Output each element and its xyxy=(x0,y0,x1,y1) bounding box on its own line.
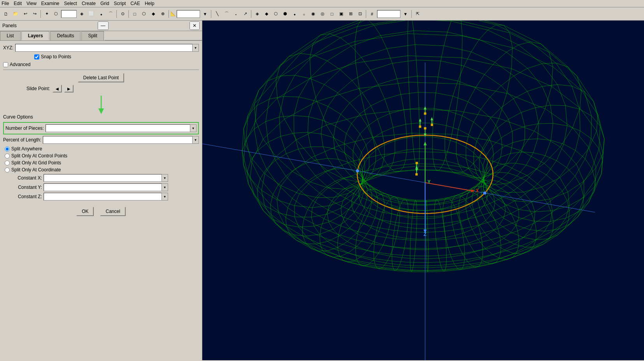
toolbar-tool-1[interactable]: ╲ xyxy=(213,9,221,19)
cancel-button[interactable]: Cancel xyxy=(100,207,125,216)
radio-split-anywhere-input[interactable] xyxy=(5,146,10,152)
advanced-row: Advanced xyxy=(3,62,199,67)
ok-cancel-row: OK Cancel xyxy=(3,207,199,216)
toolbar-tool-8[interactable]: ⬢ xyxy=(281,9,290,19)
toolbar: 🗋 📁 ↩ ↪ ✦ ⬡ ◈ ⬜ ⬥ ⌒ ⊙ □ ⬡ ◆ ⊕ 📐 180.0 ▼ … xyxy=(0,7,644,21)
toolbar-tool-16[interactable]: ⊡ xyxy=(356,9,364,19)
angle-dropdown[interactable]: ▼ xyxy=(201,9,209,19)
percent-dropdown[interactable]: ▼ xyxy=(193,136,199,144)
toolbar-btn-circle[interactable]: ⊙ xyxy=(118,9,127,19)
menu-select[interactable]: Select xyxy=(64,1,77,6)
menu-script[interactable]: Script xyxy=(114,1,126,6)
separator-5 xyxy=(211,10,211,18)
angle-input[interactable]: 180.0 xyxy=(177,10,200,18)
constant-z-input[interactable] xyxy=(44,193,162,201)
toolbar-tool-9[interactable]: ⬥ xyxy=(290,9,299,19)
num-pieces-label: Number of Pieces: xyxy=(5,126,44,131)
toolbar-btn-2[interactable]: ⬡ xyxy=(52,9,60,19)
toolbar-tool-5[interactable]: ◈ xyxy=(253,9,261,19)
separator-3 xyxy=(128,10,129,18)
percent-input[interactable] xyxy=(43,136,193,144)
menu-examine[interactable]: Examine xyxy=(41,1,60,6)
viewport[interactable] xyxy=(202,21,644,360)
radio-split-coord-label: Split Only At Coordinate xyxy=(11,167,61,173)
toolbar-tool-10[interactable]: ⬦ xyxy=(300,9,308,19)
menu-grid[interactable]: Grid xyxy=(100,1,109,6)
percent-length-label: Percent of Length: xyxy=(3,137,41,143)
separator-6 xyxy=(251,10,251,18)
toolbar-last[interactable]: ⇱ xyxy=(413,9,422,19)
toolbar-btn-3[interactable]: ◈ xyxy=(77,9,86,19)
tab-defaults[interactable]: Defaults xyxy=(50,31,81,40)
constant-y-dropdown[interactable]: ▼ xyxy=(162,183,168,191)
radio-split-control-input[interactable] xyxy=(5,153,10,159)
ok-button[interactable]: OK xyxy=(76,207,94,216)
separator-1 xyxy=(40,10,41,18)
toolbar-undo[interactable]: ↩ xyxy=(21,9,30,19)
delete-btn-row: Delete Last Point xyxy=(3,73,199,82)
toolbar-dropdown-1[interactable] xyxy=(61,10,77,18)
separator-8 xyxy=(411,10,412,18)
toolbar-btn-6[interactable]: ⌒ xyxy=(106,9,115,19)
constant-x-dropdown[interactable]: ▼ xyxy=(162,174,168,182)
menu-create[interactable]: Create xyxy=(82,1,96,6)
num-pieces-input[interactable]: 4 xyxy=(46,124,190,132)
percent-length-row: Percent of Length: ▼ xyxy=(3,136,199,144)
delete-last-point-btn[interactable]: Delete Last Point xyxy=(78,73,124,82)
menu-help[interactable]: Help xyxy=(145,1,154,6)
advanced-label: Advanced xyxy=(10,62,30,67)
advanced-checkbox[interactable] xyxy=(3,62,8,67)
xyz-dropdown[interactable]: ▼ xyxy=(193,44,199,52)
toolbar-tool-7[interactable]: ⬡ xyxy=(272,9,280,19)
toolbar-tool-12[interactable]: ◎ xyxy=(318,9,327,19)
toolbar-btn-10[interactable]: ⊕ xyxy=(158,9,167,19)
toolbar-btn-5[interactable]: ⬥ xyxy=(97,9,105,19)
slide-point-label: Slide Point: xyxy=(26,86,50,91)
toolbar-new[interactable]: 🗋 xyxy=(2,9,10,19)
constant-x-input[interactable] xyxy=(44,174,162,182)
radio-split-grid-input[interactable] xyxy=(5,160,10,166)
constant-y-input[interactable] xyxy=(44,183,162,191)
panels: Panels — ✕ List Layers Defaults Split XY… xyxy=(0,21,202,360)
menu-edit[interactable]: Edit xyxy=(14,1,22,6)
tab-split[interactable]: Split xyxy=(81,31,104,40)
radio-split-coord-input[interactable] xyxy=(5,167,10,173)
toolbar-tool-4[interactable]: ↗ xyxy=(241,9,249,19)
toolbar-hash[interactable]: # xyxy=(368,9,376,19)
toolbar-tool-14[interactable]: ▣ xyxy=(337,9,346,19)
xyz-input[interactable]: 0.0 0.0 0.0 xyxy=(15,44,193,52)
toolbar-open[interactable]: 📁 xyxy=(11,9,20,19)
num-pieces-inner: Number of Pieces: 4 ▼ xyxy=(5,124,197,132)
divider-1 xyxy=(3,70,199,70)
snap-input[interactable]: 20 xyxy=(377,10,400,18)
slide-prev-btn[interactable]: ◀ xyxy=(53,85,62,92)
tab-list[interactable]: List xyxy=(0,31,21,40)
num-pieces-input-wrap: 4 ▼ xyxy=(46,124,197,132)
menu-view[interactable]: View xyxy=(26,1,37,6)
toolbar-tool-15[interactable]: ⊞ xyxy=(346,9,355,19)
toolbar-btn-9[interactable]: ◆ xyxy=(149,9,158,19)
toolbar-tool-3[interactable]: ⬩ xyxy=(232,9,240,19)
menu-cae[interactable]: CAE xyxy=(130,1,140,6)
toolbar-btn-4[interactable]: ⬜ xyxy=(87,9,96,19)
panels-minimize[interactable]: — xyxy=(98,21,109,30)
panels-close[interactable]: ✕ xyxy=(190,21,200,30)
toolbar-tool-13[interactable]: □ xyxy=(328,9,336,19)
toolbar-tool-2[interactable]: ⌒ xyxy=(222,9,231,19)
snap-checkbox[interactable] xyxy=(34,54,39,59)
toolbar-btn-1[interactable]: ✦ xyxy=(42,9,51,19)
radio-split-control: Split Only At Control Points xyxy=(3,153,199,159)
main-layout: Panels — ✕ List Layers Defaults Split XY… xyxy=(0,21,644,360)
tab-layers[interactable]: Layers xyxy=(21,31,50,40)
constant-z-dropdown[interactable]: ▼ xyxy=(162,193,168,201)
menu-file[interactable]: File xyxy=(2,1,9,6)
toolbar-tool-11[interactable]: ◉ xyxy=(309,9,318,19)
toolbar-btn-8[interactable]: ⬡ xyxy=(140,9,148,19)
snap-dropdown[interactable]: ▼ xyxy=(401,9,410,19)
angle-icon: 📐 xyxy=(170,11,176,16)
slide-next-btn[interactable]: ▶ xyxy=(64,85,74,92)
num-pieces-dropdown[interactable]: ▼ xyxy=(190,124,197,132)
toolbar-tool-6[interactable]: ◆ xyxy=(262,9,271,19)
toolbar-redo[interactable]: ↪ xyxy=(30,9,39,19)
toolbar-btn-7[interactable]: □ xyxy=(130,9,139,19)
